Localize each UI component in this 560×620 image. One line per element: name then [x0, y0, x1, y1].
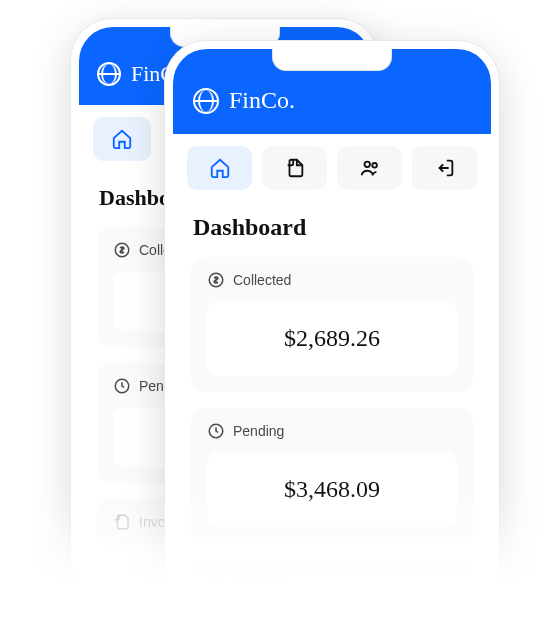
page-title: Dashboard: [193, 214, 471, 241]
card-collected: Collected $2,689.26: [191, 257, 473, 392]
svg-point-2: [364, 162, 370, 168]
card-pending: Pending $3,468.09: [191, 408, 473, 543]
people-icon: [359, 157, 381, 179]
clock-icon: [113, 377, 131, 395]
card-collected-value: $2,689.26: [207, 301, 457, 376]
brand-name: FinCo.: [229, 87, 295, 114]
nav-people[interactable]: [337, 146, 402, 190]
dollar-icon: [113, 241, 131, 259]
nav-documents[interactable]: [262, 146, 327, 190]
invoices-section[interactable]: Invoices: [191, 559, 473, 605]
invoices-icon: [207, 573, 225, 591]
card-pending-value: $3,468.09: [207, 452, 457, 527]
phone-frame-front: FinCo. Dashboard Collected: [164, 40, 500, 620]
home-icon: [209, 157, 231, 179]
invoices-icon: [113, 513, 131, 531]
phone-notch: [272, 49, 392, 71]
nav-home[interactable]: [93, 117, 151, 161]
nav-logout[interactable]: [412, 146, 477, 190]
page-content: Dashboard Collected $2,689.26 Pending $3…: [173, 202, 491, 620]
nav-bar: [173, 134, 491, 202]
nav-home[interactable]: [187, 146, 252, 190]
svg-point-3: [372, 163, 377, 168]
invoices-label: Invoices: [233, 574, 284, 590]
phone-screen-front: FinCo. Dashboard Collected: [173, 49, 491, 620]
documents-icon: [284, 157, 306, 179]
dollar-icon: [207, 271, 225, 289]
card-pending-label: Pending: [233, 423, 284, 439]
globe-icon: [97, 62, 121, 86]
home-icon: [111, 128, 133, 150]
clock-icon: [207, 422, 225, 440]
card-collected-label: Collected: [233, 272, 291, 288]
globe-icon: [193, 88, 219, 114]
logout-icon: [434, 157, 456, 179]
